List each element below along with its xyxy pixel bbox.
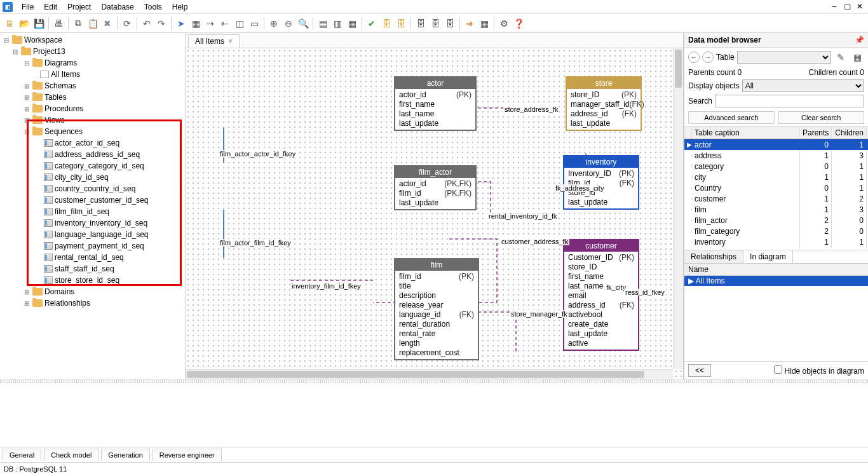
print-icon[interactable]: 🖶 <box>51 17 65 31</box>
table-row[interactable]: city11 <box>684 172 868 182</box>
tab-general[interactable]: General <box>3 449 41 461</box>
grid-header-children[interactable]: Children <box>832 127 867 139</box>
search-input[interactable] <box>715 95 864 107</box>
hide-objects-checkbox[interactable]: Hide objects in diagram <box>774 365 864 376</box>
db2-icon[interactable]: 🗄 <box>394 17 408 31</box>
tree-views[interactable]: ⊞Views <box>0 114 185 126</box>
zoom-fit-icon[interactable]: 🔍 <box>296 17 310 31</box>
table-row[interactable]: Country01 <box>684 182 868 193</box>
grid2-icon[interactable]: ▥ <box>330 17 344 31</box>
menu-tools[interactable]: Tools <box>139 1 167 13</box>
zoom-in-icon[interactable]: ⊕ <box>267 17 281 31</box>
grid-header-caption[interactable]: Table caption <box>692 127 800 139</box>
tree-domains[interactable]: ⊞Domains <box>0 286 185 297</box>
entity-inventory[interactable]: inventoryInventory_ID(PK)film_id(FK)stor… <box>563 155 639 210</box>
db3-icon[interactable]: 🗄 <box>414 17 428 31</box>
grid-icon[interactable]: ▤ <box>316 17 330 31</box>
grid-header-parents[interactable]: Parents <box>800 127 832 139</box>
open-icon[interactable]: 📂 <box>17 17 31 31</box>
diagram-canvas[interactable]: actoractor_id(PK)first_namelast_namelast… <box>186 48 683 379</box>
sequence-item[interactable]: city_city_id_seq <box>0 172 185 183</box>
tree-workspace[interactable]: ⊟Workspace <box>0 34 185 46</box>
back-button[interactable]: << <box>688 364 711 377</box>
tree-tables[interactable]: ⊞Tables <box>0 92 185 103</box>
export-icon[interactable]: ➜ <box>463 17 477 31</box>
sequence-item[interactable]: language_language_id_seq <box>0 229 185 240</box>
tab-close-icon[interactable]: × <box>228 37 233 46</box>
sequence-item[interactable]: country_country_id_seq <box>0 183 185 194</box>
tree-sequences[interactable]: ⊟Sequences <box>0 126 185 137</box>
db4-icon[interactable]: 🗄 <box>428 17 442 31</box>
locate-icon[interactable]: ▦ <box>850 50 864 64</box>
tree-diagrams[interactable]: ⊟Diagrams <box>0 57 185 69</box>
sequence-item[interactable]: customer_customer_id_seq <box>0 194 185 206</box>
tab-check-model[interactable]: Check model <box>44 449 98 461</box>
nav-back-icon[interactable]: ← <box>688 51 700 63</box>
sequence-item[interactable]: category_category_id_seq <box>0 160 185 172</box>
menu-edit[interactable]: Edit <box>39 1 62 13</box>
minimize-button[interactable]: – <box>829 2 840 12</box>
menu-project[interactable]: Project <box>62 1 96 13</box>
table-row[interactable]: category01 <box>684 161 868 172</box>
close-button[interactable]: ✕ <box>854 2 865 12</box>
tab-generation[interactable]: Generation <box>101 449 149 461</box>
relation2-icon[interactable]: ⇠ <box>218 17 232 31</box>
sequence-item[interactable]: staff_staff_id_seq <box>0 263 185 275</box>
copy-icon[interactable]: ⧉ <box>71 17 85 31</box>
db5-icon[interactable]: 🗄 <box>443 17 457 31</box>
zoom-out-icon[interactable]: ⊖ <box>281 17 295 31</box>
maximize-button[interactable]: ▢ <box>841 2 853 12</box>
tab-relationships[interactable]: Relationships <box>684 250 743 263</box>
export2-icon[interactable]: ▦ <box>477 17 491 31</box>
sequence-item[interactable]: rental_rental_id_seq <box>0 252 185 263</box>
tree-procedures[interactable]: ⊞Procedures <box>0 103 185 114</box>
clear-search-button[interactable]: Clear search <box>778 111 865 124</box>
entity-actor[interactable]: actoractor_id(PK)first_namelast_namelast… <box>394 76 477 131</box>
horizontal-scrollbar[interactable] <box>186 369 673 379</box>
sequence-item[interactable]: inventory_inventory_id_seq <box>0 217 185 229</box>
tree-project[interactable]: ⊟Project13 <box>0 46 185 57</box>
tab-in-diagram[interactable]: In diagram <box>743 250 793 263</box>
save-icon[interactable]: 💾 <box>32 17 46 31</box>
object-select[interactable] <box>737 51 831 64</box>
check-icon[interactable]: ✔ <box>365 17 379 31</box>
display-objects-select[interactable]: All <box>742 79 864 92</box>
note-icon[interactable]: ▭ <box>247 17 261 31</box>
help-icon[interactable]: ❓ <box>512 17 526 31</box>
list-item[interactable]: ▶ All Items <box>684 276 868 286</box>
table-row[interactable]: ▶actor01 <box>684 139 868 150</box>
table-row[interactable]: film13 <box>684 204 868 215</box>
pin-icon[interactable]: 📌 <box>855 36 864 44</box>
nav-fwd-icon[interactable]: → <box>702 51 714 63</box>
table-row[interactable]: film_actor20 <box>684 215 868 226</box>
tab-all-items[interactable]: All Items× <box>188 34 240 48</box>
menu-help[interactable]: Help <box>167 1 193 13</box>
delete-icon[interactable]: ✖ <box>100 17 114 31</box>
menu-file[interactable]: File <box>17 1 39 13</box>
db-icon[interactable]: 🗄 <box>379 17 393 31</box>
table-icon[interactable]: ▦ <box>189 17 203 31</box>
pointer-icon[interactable]: ➤ <box>174 17 188 31</box>
entity-film[interactable]: filmfilm_id(PK)titledescriptionrelease_y… <box>394 258 479 360</box>
tree-schemas[interactable]: ⊞Schemas <box>0 80 185 92</box>
sequence-item[interactable]: actor_actor_id_seq <box>0 137 185 149</box>
sequence-item[interactable]: address_address_id_seq <box>0 149 185 160</box>
paste-icon[interactable]: 📋 <box>86 17 100 31</box>
tree-relationships[interactable]: ⊞Relationships <box>0 297 185 309</box>
table-row[interactable]: inventory11 <box>684 236 868 247</box>
vertical-scrollbar[interactable] <box>673 48 683 369</box>
tab-reverse[interactable]: Reverse engineer <box>153 449 222 461</box>
sequence-item[interactable]: store_store_id_seq <box>0 275 185 286</box>
sequence-item[interactable]: film_film_id_seq <box>0 206 185 217</box>
menu-database[interactable]: Database <box>96 1 139 13</box>
undo-icon[interactable]: ↶ <box>140 17 154 31</box>
table-row[interactable]: customer12 <box>684 193 868 204</box>
entity-store[interactable]: storestore_ID(PK)manager_staff_id(FK)add… <box>566 76 642 131</box>
grid3-icon[interactable]: ▦ <box>345 17 359 31</box>
entity-film_actor[interactable]: film_actoractor_id(PK,FK)film_id(PK,FK)l… <box>394 165 477 210</box>
advanced-search-button[interactable]: Advanced search <box>688 111 775 124</box>
sequence-item[interactable]: payment_payment_id_seq <box>0 240 185 252</box>
settings-icon[interactable]: ⚙ <box>497 17 511 31</box>
table-row[interactable]: film_category20 <box>684 226 868 236</box>
tree-all-items[interactable]: All Items <box>0 69 185 80</box>
